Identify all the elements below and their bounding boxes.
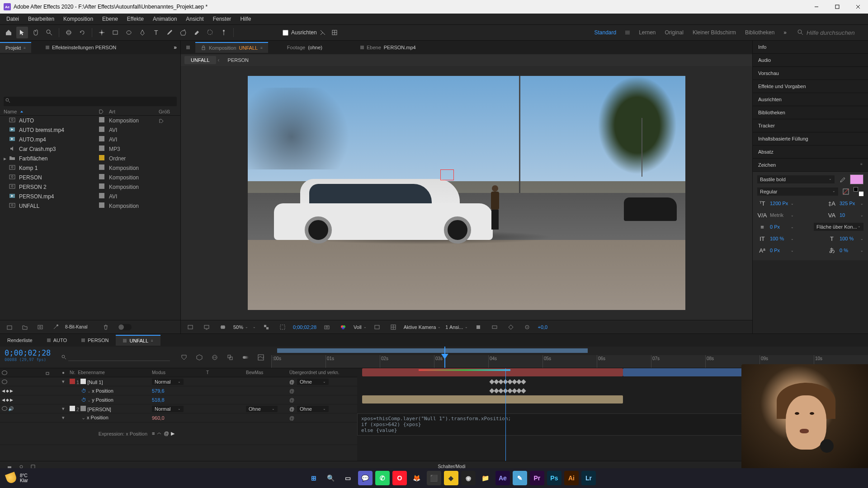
tl-tab-person[interactable]: PERSON: [74, 335, 116, 345]
taskbar-lightroom[interactable]: Lr: [581, 471, 596, 485]
font-family-select[interactable]: Bastile bold⌄: [757, 175, 835, 183]
prev-kf-icon[interactable]: ◀: [2, 398, 5, 402]
taskbar-after-effects[interactable]: Ae: [495, 471, 510, 485]
no-fill-icon[interactable]: [841, 187, 851, 196]
stopwatch-icon[interactable]: ⏱: [81, 397, 86, 403]
pickwhip-icon[interactable]: @: [289, 415, 294, 421]
home-tool[interactable]: [3, 27, 14, 38]
grid-icon[interactable]: [387, 321, 399, 333]
timecode-display[interactable]: 0;00;02;28 00088 (29,97 fps): [0, 347, 58, 368]
fill-color-swatch[interactable]: [850, 174, 863, 184]
project-item[interactable]: Komp 1 Komposition: [0, 163, 180, 173]
pickwhip-icon[interactable]: @: [289, 397, 294, 403]
visibility-toggle[interactable]: [2, 406, 7, 411]
leading-value[interactable]: 325 Px: [840, 201, 858, 206]
workspace-kleiner[interactable]: Kleiner Bildschirm: [693, 29, 736, 36]
panel-ausrichten[interactable]: Ausrichten: [753, 93, 868, 106]
always-preview-icon[interactable]: [184, 321, 196, 333]
stopwatch-icon[interactable]: ⏱: [81, 388, 86, 394]
exposure-value[interactable]: +0,0: [538, 324, 547, 330]
twirl-icon[interactable]: ⌄: [88, 397, 90, 403]
panel-audio[interactable]: Audio: [753, 54, 868, 67]
snap-options-icon[interactable]: [320, 29, 326, 36]
blend-mode-select[interactable]: Normal⌄: [152, 379, 184, 385]
panel-tracker[interactable]: Tracker: [753, 119, 868, 132]
project-item[interactable]: PERSON.mp4 AVI: [0, 192, 180, 201]
expr-pickwhip-icon[interactable]: @: [164, 431, 169, 436]
project-item[interactable]: UNFALL Komposition: [0, 201, 180, 211]
taskbar-search[interactable]: 🔍: [324, 471, 338, 485]
puppet-tool[interactable]: [218, 27, 230, 38]
timeline-layer[interactable]: ▾ 1 [Null 1] Normal⌄ @ Ohne⌄: [0, 377, 357, 386]
expr-enable-icon[interactable]: ≡: [152, 431, 155, 436]
swap-color-icon[interactable]: [854, 187, 863, 196]
panel-overflow-icon[interactable]: »: [174, 44, 180, 51]
stroke-value[interactable]: 0 Px: [770, 224, 788, 230]
workspace-menu-icon[interactable]: [625, 30, 630, 35]
mask-icon[interactable]: [217, 321, 229, 333]
kf-diamond-icon[interactable]: ◆: [6, 389, 9, 393]
layer-label[interactable]: [70, 406, 75, 411]
breadcrumb-person[interactable]: PERSON: [222, 56, 255, 64]
taskbar-obs[interactable]: ◉: [461, 471, 476, 485]
taskbar-app1[interactable]: ⬛: [427, 471, 441, 485]
parent-pickwhip-icon[interactable]: @: [289, 406, 296, 412]
project-item[interactable]: AUTO.mp4 AVI: [0, 135, 180, 144]
workspace-overflow-icon[interactable]: »: [783, 29, 787, 36]
clone-tool[interactable]: [177, 27, 189, 38]
workspace-lernen[interactable]: Lernen: [639, 29, 656, 36]
layer-tab[interactable]: Ebene PERSON.mp4: [355, 42, 421, 52]
menu-hilfe[interactable]: Hilfe: [236, 14, 255, 23]
menu-komposition[interactable]: Komposition: [59, 14, 98, 23]
breadcrumb-unfall[interactable]: UNFALL: [184, 56, 216, 64]
channel-icon[interactable]: [337, 321, 349, 333]
font-size-value[interactable]: 1200 Px: [770, 201, 788, 206]
camera-select[interactable]: Aktive Kamera⌄: [404, 324, 441, 330]
menu-ansicht[interactable]: Ansicht: [181, 14, 208, 23]
comp-timecode[interactable]: 0;00;02;28: [293, 324, 316, 330]
taskbar-illustrator[interactable]: Ai: [564, 471, 579, 485]
taskbar-explorer[interactable]: 📁: [478, 471, 493, 485]
view-opt2-icon[interactable]: [489, 321, 500, 333]
workspace-original[interactable]: Original: [665, 29, 684, 36]
project-item[interactable]: ▸ Farbflächen Ordner: [0, 154, 180, 163]
parent-select[interactable]: Ohne⌄: [297, 379, 329, 385]
rectangle-tool[interactable]: [109, 27, 121, 38]
roto-tool[interactable]: [204, 27, 216, 38]
blend-mode-select[interactable]: Normal⌄: [152, 406, 184, 412]
workspace-standard[interactable]: Standard: [594, 29, 616, 36]
taskbar-firefox[interactable]: 🦊: [410, 471, 424, 485]
tracker-marker[interactable]: [440, 169, 454, 180]
keyframe-diamond[interactable]: [521, 388, 526, 393]
ellipse-tool[interactable]: [123, 27, 135, 38]
eraser-tool[interactable]: [191, 27, 203, 38]
twirl-icon[interactable]: ⌄: [88, 388, 90, 394]
layer-label[interactable]: [70, 379, 75, 384]
new-folder-icon[interactable]: [19, 321, 31, 333]
taskbar-photoshop[interactable]: Ps: [547, 471, 561, 485]
menu-animation[interactable]: Animation: [148, 14, 181, 23]
composition-viewer[interactable]: [181, 66, 752, 320]
project-settings-icon[interactable]: [50, 321, 61, 333]
project-search-input[interactable]: [4, 97, 177, 106]
taskbar-app2[interactable]: ◆: [444, 471, 458, 485]
brush-tool[interactable]: [164, 27, 175, 38]
keyframe-diamond[interactable]: [521, 379, 526, 384]
weather-widget[interactable]: 8°C Klar: [0, 473, 34, 483]
zoom-select[interactable]: 50%⌄: [233, 324, 248, 330]
tracking-value[interactable]: 10: [840, 212, 858, 218]
view-opt1-icon[interactable]: [472, 321, 484, 333]
next-kf-icon[interactable]: ▶: [10, 389, 13, 393]
panel-bibliotheken[interactable]: Bibliotheken: [753, 106, 868, 119]
graph-editor-icon[interactable]: [255, 352, 267, 363]
property-value[interactable]: 518,8: [152, 397, 165, 403]
tv-icon[interactable]: [201, 321, 212, 333]
vscale-value[interactable]: 100 %: [770, 236, 788, 241]
next-kf-icon[interactable]: ▶: [10, 398, 13, 402]
minimize-button[interactable]: [810, 2, 823, 12]
person-layer[interactable]: [488, 185, 502, 230]
view-opt4-icon[interactable]: [521, 321, 533, 333]
property-row[interactable]: ▾ ⌄ x Position 960,0 @: [0, 413, 357, 422]
snap-grid-icon[interactable]: [329, 27, 340, 38]
parent-pickwhip-icon[interactable]: @: [289, 379, 296, 385]
